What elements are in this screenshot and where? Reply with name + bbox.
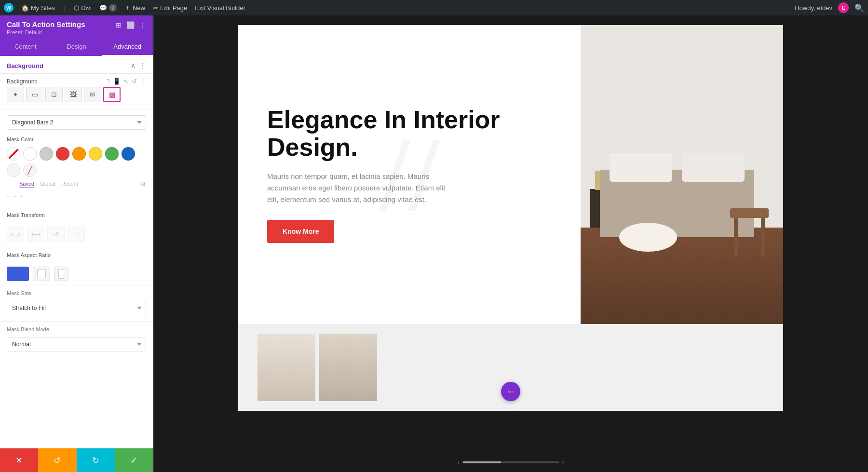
bg-video-btn[interactable]: ✉ xyxy=(84,87,101,102)
transform-invert-btn[interactable]: ◻ xyxy=(68,227,85,242)
cancel-button[interactable]: ✕ xyxy=(0,448,38,472)
scroll-right-arrow[interactable]: › xyxy=(562,459,564,466)
transform-buttons: ⟺ ⟻ ↺ ◻ xyxy=(0,225,153,244)
my-sites-btn[interactable]: 🏠 My Sites xyxy=(21,4,55,12)
help-icon[interactable]: ? xyxy=(107,78,110,85)
aspect-tall-icon xyxy=(58,269,64,279)
mask-aspect-row: Mask Aspect Ratio xyxy=(0,248,153,265)
swatch-white[interactable] xyxy=(23,147,37,161)
avatar[interactable]: E xyxy=(838,2,849,13)
swatch-orange[interactable] xyxy=(72,147,86,161)
swatch-light[interactable] xyxy=(7,163,20,177)
swatch-gray[interactable] xyxy=(40,147,53,161)
scroll-track xyxy=(462,461,559,463)
bg-color-btn[interactable]: ▭ xyxy=(26,87,43,102)
exit-visual-builder-btn[interactable]: Exit Visual Builder xyxy=(195,4,245,12)
section-more-icon[interactable]: ⋮ xyxy=(139,62,146,69)
save-button[interactable]: ✓ xyxy=(115,448,153,472)
color-settings-icon[interactable]: ⚙ xyxy=(140,181,146,188)
color-more-dots[interactable]: · · · xyxy=(0,191,153,204)
more-icon[interactable]: ⋮ xyxy=(140,78,146,85)
color-tab-global[interactable]: Global xyxy=(40,181,55,188)
background-field-icons: ? 📱 ↖ ↺ ⋮ xyxy=(107,78,146,85)
hero-cta-button[interactable]: Know More xyxy=(267,220,334,243)
hero-cta-label: Know More xyxy=(283,228,319,235)
bg-pattern-btn[interactable]: ▩ xyxy=(103,87,121,102)
color-swatches-row: ╱ xyxy=(7,147,146,177)
stool-legs xyxy=(730,218,769,256)
tab-advanced[interactable]: Advanced xyxy=(102,38,153,56)
swatch-red[interactable] xyxy=(56,147,69,161)
mask-aspect-label: Mask Aspect Ratio xyxy=(7,252,146,258)
sidebar-panel: Call To Action Settings Preset: Default … xyxy=(0,15,153,472)
swatch-yellow[interactable] xyxy=(89,147,102,161)
settings-icon[interactable]: ⊞ xyxy=(116,21,122,29)
swatch-blue[interactable] xyxy=(122,147,135,161)
transform-rotate-btn[interactable]: ↺ xyxy=(47,227,65,242)
background-section-header: Background ∧ ⋮ xyxy=(0,56,153,74)
wp-logo-btn[interactable]: W xyxy=(4,3,14,13)
aspect-square-icon xyxy=(37,270,46,278)
mask-size-select[interactable]: Stretch to Fill Cover Contain Actual Siz… xyxy=(7,301,146,315)
admin-bar-right: Howdy, etdev E 🔍 xyxy=(795,2,864,13)
scroll-thumb xyxy=(462,461,501,463)
color-tab-saved[interactable]: Saved xyxy=(19,181,34,188)
aspect-wide-btn[interactable] xyxy=(7,267,29,281)
sidebar-preset: Preset: Default xyxy=(7,29,85,35)
fab-button[interactable]: ··· xyxy=(501,382,520,401)
color-edit-btn[interactable]: ╱ xyxy=(23,163,37,177)
cursor-icon[interactable]: ↖ xyxy=(123,78,129,85)
pencil-icon: ✏ xyxy=(153,4,158,12)
tab-design[interactable]: Design xyxy=(51,38,102,56)
background-label: Background xyxy=(7,78,38,85)
swatch-green[interactable] xyxy=(105,147,119,161)
edit-page-btn[interactable]: ✏ Edit Page xyxy=(153,4,187,12)
curtains-row xyxy=(258,334,377,401)
mask-size-row: Stretch to Fill Cover Contain Actual Siz… xyxy=(0,297,153,319)
search-icon[interactable]: 🔍 xyxy=(854,3,864,13)
more-options-icon[interactable]: ⋮ xyxy=(139,21,146,29)
mask-blend-row: Normal Multiply Screen Overlay Darken Li… xyxy=(0,333,153,355)
comments-btn[interactable]: 💬 0 xyxy=(99,4,117,12)
bg-type-buttons: ✦ ▭ ⊡ 🖼 ✉ ▩ xyxy=(0,87,153,107)
swatch-transparent[interactable] xyxy=(7,147,20,161)
bg-none-btn[interactable]: ✦ xyxy=(7,87,24,102)
redo-button[interactable]: ↻ xyxy=(77,448,115,472)
canvas-area: // Elegance In Interior Design. Mauris n… xyxy=(153,15,868,472)
hero-left: // Elegance In Interior Design. Mauris n… xyxy=(238,25,581,324)
background-field-row: Background ? 📱 ↖ ↺ ⋮ xyxy=(0,74,153,87)
expand-icon[interactable]: ⬜ xyxy=(126,21,135,29)
bg-gradient-btn[interactable]: ⊡ xyxy=(45,87,63,102)
sidebar-header: Call To Action Settings Preset: Default … xyxy=(0,15,153,38)
scroll-indicator: ‹ › xyxy=(457,459,564,466)
color-tab-recent[interactable]: Recent xyxy=(61,181,78,188)
bedroom-scene xyxy=(581,25,783,324)
comment-icon: 💬 xyxy=(99,4,107,12)
scroll-left-arrow[interactable]: ‹ xyxy=(457,459,460,466)
aspect-square-btn[interactable] xyxy=(33,267,50,281)
reset-button[interactable]: ↺ xyxy=(38,448,76,472)
sidebar-title: Call To Action Settings xyxy=(7,20,85,28)
tab-content[interactable]: Content xyxy=(0,38,51,56)
undo-icon[interactable]: ↺ xyxy=(132,78,137,85)
mask-transform-label: Mask Transform xyxy=(7,212,146,218)
hero-section: // Elegance In Interior Design. Mauris n… xyxy=(238,25,783,324)
aspect-tall-btn[interactable] xyxy=(54,267,68,281)
stool-top xyxy=(730,208,769,218)
desktop-icon[interactable]: 📱 xyxy=(113,78,121,85)
mask-transform-row: Mask Transform xyxy=(0,208,153,225)
save-icon: ✓ xyxy=(130,455,137,466)
divider-4 xyxy=(0,285,153,285)
aspect-ratio-buttons xyxy=(0,265,153,283)
color-swatches-area: ╱ xyxy=(0,144,153,179)
transform-flip-v-btn[interactable]: ⟻ xyxy=(27,227,44,242)
new-btn[interactable]: ＋ New xyxy=(124,3,145,12)
divi-btn[interactable]: ⬡ Divi xyxy=(74,4,92,12)
transform-flip-h-btn[interactable]: ⟺ xyxy=(7,227,24,242)
bg-image-btn[interactable]: 🖼 xyxy=(65,87,82,102)
collapse-icon[interactable]: ∧ xyxy=(131,62,136,69)
pattern-select[interactable]: Diagonal Bars 2 None Diagonal Bars 1 Dot… xyxy=(7,115,146,130)
mask-blend-select[interactable]: Normal Multiply Screen Overlay Darken Li… xyxy=(7,337,146,351)
sidebar-title-group: Call To Action Settings Preset: Default xyxy=(7,20,85,35)
bed-pillow-left xyxy=(610,153,672,182)
